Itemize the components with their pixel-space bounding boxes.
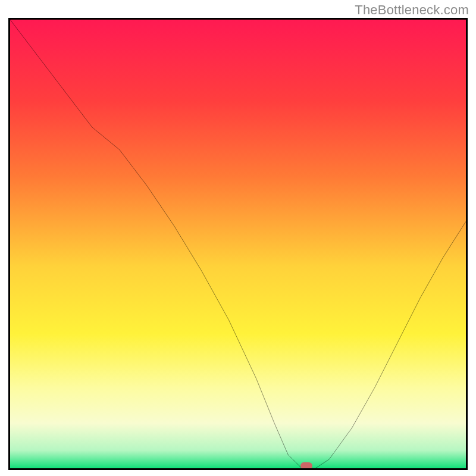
chart-svg [10,20,466,468]
gradient-background [10,20,466,468]
optimum-marker [300,462,312,469]
chart-wrap: TheBottleneck.com [0,0,476,476]
attribution-text: TheBottleneck.com [355,2,469,18]
plot-area [8,18,468,470]
